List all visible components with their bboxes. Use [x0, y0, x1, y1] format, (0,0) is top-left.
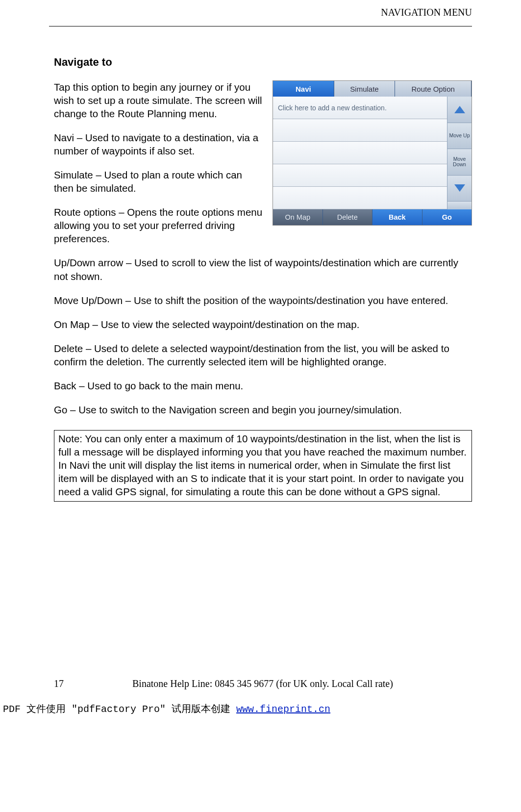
side-spacer [447, 202, 471, 209]
para-delete: Delete – Used to delete a selected waypo… [54, 342, 472, 368]
para-go: Go – Use to switch to the Navigation scr… [54, 403, 472, 416]
destination-row-empty[interactable] [273, 119, 447, 142]
scroll-up-button[interactable] [447, 97, 471, 123]
move-up-button[interactable]: Move Up [447, 123, 471, 150]
destination-row-placeholder[interactable]: Click here to add a new destination. [273, 97, 447, 119]
move-up-label: Move Up [449, 133, 470, 138]
para-back: Back – Used to go back to the main menu. [54, 379, 472, 392]
page-number: 17 [54, 678, 113, 689]
tab-navi[interactable]: Navi [273, 81, 334, 97]
destination-row-empty[interactable] [273, 187, 447, 209]
para-updown: Up/Down arrow – Used to scroll to view t… [54, 256, 472, 282]
move-down-label: Move Down [447, 156, 471, 167]
pdf-footer-prefix: PDF 文件使用 "pdfFactory Pro" 试用版本创建 [3, 704, 236, 715]
helpline-text: Binatone Help Line: 0845 345 9677 (for U… [132, 678, 472, 689]
para-onmap: On Map – Use to view the selected waypoi… [54, 318, 472, 331]
pdf-footer-link[interactable]: www.fineprint.cn [236, 704, 330, 715]
destination-row-empty[interactable] [273, 164, 447, 187]
triangle-up-icon [454, 106, 465, 113]
page-header-title: NAVIGATION MENU [0, 7, 472, 18]
tab-simulate[interactable]: Simulate [334, 81, 396, 97]
triangle-down-icon [454, 184, 465, 192]
move-down-button[interactable]: Move Down [447, 149, 471, 176]
note-box: Note: You can only enter a maximum of 10… [54, 430, 472, 502]
section-heading: Navigate to [54, 56, 472, 69]
para-moveud: Move Up/Down – Use to shift the position… [54, 294, 472, 307]
pdf-factory-footer: PDF 文件使用 "pdfFactory Pro" 试用版本创建 www.fin… [3, 702, 521, 725]
back-button[interactable]: Back [372, 209, 422, 225]
tab-route-option[interactable]: Route Option [395, 81, 471, 97]
route-planning-screenshot: Navi Simulate Route Option Click here to… [273, 80, 472, 226]
header-divider [49, 26, 472, 26]
go-button[interactable]: Go [422, 209, 472, 225]
destination-row-empty[interactable] [273, 142, 447, 164]
delete-button[interactable]: Delete [323, 209, 373, 225]
scroll-down-button[interactable] [447, 176, 471, 202]
on-map-button[interactable]: On Map [273, 209, 323, 225]
